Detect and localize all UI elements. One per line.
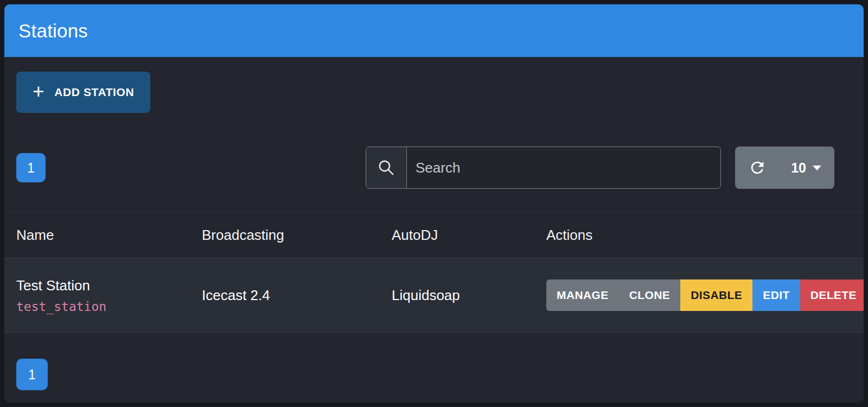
bottom-pagination: 1: [16, 359, 864, 390]
add-station-button[interactable]: + ADD STATION: [16, 72, 150, 113]
table-row: Test Station test_station Icecast 2.4 Li…: [4, 258, 864, 333]
search-box: [366, 147, 721, 189]
toolbar-controls: 10: [366, 147, 834, 189]
table-header-row: Name Broadcasting AutoDJ Actions: [4, 212, 864, 258]
add-station-label: ADD STATION: [54, 86, 134, 99]
per-page-value: 10: [791, 160, 806, 176]
refresh-button[interactable]: [748, 158, 767, 177]
column-header-broadcasting: Broadcasting: [202, 227, 392, 244]
per-page-dropdown[interactable]: 10: [791, 160, 821, 176]
station-short-name: test_station: [16, 300, 202, 314]
station-broadcasting-cell: Icecast 2.4: [202, 287, 392, 304]
search-input[interactable]: [407, 147, 720, 188]
per-page-control: 10: [735, 147, 834, 189]
column-header-actions: Actions: [546, 227, 864, 244]
plus-icon: +: [33, 81, 44, 101]
manage-button[interactable]: MANAGE: [546, 279, 619, 311]
station-actions-group: MANAGE CLONE DISABLE EDIT DELETE: [546, 279, 864, 311]
station-name: Test Station: [16, 277, 202, 294]
station-actions-cell: MANAGE CLONE DISABLE EDIT DELETE: [546, 279, 864, 311]
page-title: Stations: [18, 20, 88, 42]
column-header-autodj: AutoDJ: [392, 227, 546, 244]
station-name-cell: Test Station test_station: [16, 277, 202, 314]
table-toolbar: 1: [16, 147, 852, 189]
edit-button[interactable]: EDIT: [752, 279, 800, 311]
search-icon: [366, 147, 407, 188]
pagination-page-1-bottom[interactable]: 1: [16, 359, 48, 390]
station-autodj-cell: Liquidsoap: [392, 287, 546, 304]
pagination-page-1-top[interactable]: 1: [16, 153, 46, 182]
stations-table: Name Broadcasting AutoDJ Actions Test St…: [4, 212, 864, 333]
caret-down-icon: [813, 166, 821, 170]
panel-body: + ADD STATION 1: [4, 57, 864, 189]
column-header-name: Name: [16, 227, 202, 244]
delete-button[interactable]: DELETE: [800, 279, 864, 311]
disable-button[interactable]: DISABLE: [680, 279, 752, 311]
clone-button[interactable]: CLONE: [619, 279, 681, 311]
panel-header: Stations: [4, 4, 864, 57]
stations-panel: Stations + ADD STATION 1: [4, 4, 864, 403]
